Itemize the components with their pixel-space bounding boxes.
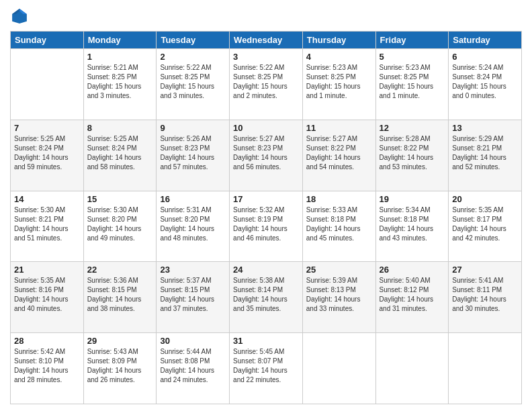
calendar-cell: [11, 49, 84, 120]
cell-date: 24: [233, 265, 299, 275]
cell-date: 7: [14, 123, 80, 133]
logo-icon: [10, 7, 29, 26]
calendar-cell: 21Sunrise: 5:35 AMSunset: 8:16 PMDayligh…: [11, 262, 84, 333]
cell-date: 9: [160, 123, 226, 133]
calendar-cell: 16Sunrise: 5:31 AMSunset: 8:20 PMDayligh…: [157, 191, 230, 262]
cell-info: Sunrise: 5:42 AMSunset: 8:10 PMDaylight:…: [14, 347, 80, 385]
cell-info: Sunrise: 5:33 AMSunset: 8:18 PMDaylight:…: [306, 205, 372, 243]
day-header-tuesday: Tuesday: [157, 32, 230, 49]
calendar-cell: 19Sunrise: 5:34 AMSunset: 8:18 PMDayligh…: [375, 191, 449, 262]
calendar-cell: 8Sunrise: 5:25 AMSunset: 8:24 PMDaylight…: [83, 120, 157, 191]
cell-info: Sunrise: 5:21 AMSunset: 8:25 PMDaylight:…: [87, 63, 153, 101]
cell-date: 23: [160, 265, 226, 275]
calendar-cell: 14Sunrise: 5:30 AMSunset: 8:21 PMDayligh…: [11, 191, 84, 262]
header: [10, 7, 522, 26]
calendar-cell: 17Sunrise: 5:32 AMSunset: 8:19 PMDayligh…: [230, 191, 303, 262]
calendar-cell: 15Sunrise: 5:30 AMSunset: 8:20 PMDayligh…: [83, 191, 157, 262]
cell-info: Sunrise: 5:25 AMSunset: 8:24 PMDaylight:…: [14, 134, 80, 172]
page: SundayMondayTuesdayWednesdayThursdayFrid…: [0, 0, 532, 411]
cell-date: 28: [14, 336, 80, 346]
calendar-cell: 26Sunrise: 5:40 AMSunset: 8:12 PMDayligh…: [375, 262, 449, 333]
calendar-cell: 13Sunrise: 5:29 AMSunset: 8:21 PMDayligh…: [449, 120, 522, 191]
logo: [10, 7, 32, 26]
cell-info: Sunrise: 5:23 AMSunset: 8:25 PMDaylight:…: [380, 63, 445, 101]
cell-info: Sunrise: 5:35 AMSunset: 8:17 PMDaylight:…: [452, 205, 518, 243]
cell-date: 21: [14, 265, 80, 275]
cell-date: 29: [87, 336, 153, 346]
day-header-monday: Monday: [83, 32, 157, 49]
cell-info: Sunrise: 5:35 AMSunset: 8:16 PMDaylight:…: [14, 276, 80, 314]
week-row-4: 28Sunrise: 5:42 AMSunset: 8:10 PMDayligh…: [11, 333, 522, 404]
cell-info: Sunrise: 5:38 AMSunset: 8:14 PMDaylight:…: [233, 276, 299, 314]
cell-info: Sunrise: 5:22 AMSunset: 8:25 PMDaylight:…: [233, 63, 299, 101]
calendar-cell: 1Sunrise: 5:21 AMSunset: 8:25 PMDaylight…: [83, 49, 157, 120]
cell-info: Sunrise: 5:23 AMSunset: 8:25 PMDaylight:…: [306, 63, 372, 101]
week-row-0: 1Sunrise: 5:21 AMSunset: 8:25 PMDaylight…: [11, 49, 522, 120]
cell-info: Sunrise: 5:24 AMSunset: 8:24 PMDaylight:…: [452, 63, 518, 101]
calendar-cell: 12Sunrise: 5:28 AMSunset: 8:22 PMDayligh…: [375, 120, 449, 191]
calendar-cell: [375, 333, 449, 404]
cell-date: 27: [452, 265, 518, 275]
cell-date: 13: [452, 123, 518, 133]
cell-date: 1: [87, 52, 153, 62]
cell-info: Sunrise: 5:43 AMSunset: 8:09 PMDaylight:…: [87, 347, 153, 385]
cell-date: 18: [306, 194, 372, 204]
cell-date: 2: [160, 52, 226, 62]
day-header-friday: Friday: [375, 32, 449, 49]
cell-info: Sunrise: 5:32 AMSunset: 8:19 PMDaylight:…: [233, 205, 299, 243]
day-header-thursday: Thursday: [302, 32, 375, 49]
cell-info: Sunrise: 5:40 AMSunset: 8:12 PMDaylight:…: [380, 276, 445, 314]
cell-info: Sunrise: 5:30 AMSunset: 8:21 PMDaylight:…: [14, 205, 80, 243]
calendar-cell: 18Sunrise: 5:33 AMSunset: 8:18 PMDayligh…: [302, 191, 375, 262]
cell-date: 26: [380, 265, 445, 275]
day-header-sunday: Sunday: [11, 32, 84, 49]
cell-info: Sunrise: 5:22 AMSunset: 8:25 PMDaylight:…: [160, 63, 226, 101]
calendar-cell: 25Sunrise: 5:39 AMSunset: 8:13 PMDayligh…: [302, 262, 375, 333]
day-header-wednesday: Wednesday: [230, 32, 303, 49]
cell-date: 12: [380, 123, 445, 133]
calendar-cell: 10Sunrise: 5:27 AMSunset: 8:23 PMDayligh…: [230, 120, 303, 191]
cell-info: Sunrise: 5:39 AMSunset: 8:13 PMDaylight:…: [306, 276, 372, 314]
cell-info: Sunrise: 5:28 AMSunset: 8:22 PMDaylight:…: [380, 134, 445, 172]
cell-info: Sunrise: 5:27 AMSunset: 8:22 PMDaylight:…: [306, 134, 372, 172]
header-row: SundayMondayTuesdayWednesdayThursdayFrid…: [11, 32, 522, 49]
svg-marker-0: [12, 9, 27, 24]
cell-info: Sunrise: 5:34 AMSunset: 8:18 PMDaylight:…: [380, 205, 445, 243]
cell-info: Sunrise: 5:41 AMSunset: 8:11 PMDaylight:…: [452, 276, 518, 314]
cell-date: 10: [233, 123, 299, 133]
calendar-cell: 11Sunrise: 5:27 AMSunset: 8:22 PMDayligh…: [302, 120, 375, 191]
cell-info: Sunrise: 5:29 AMSunset: 8:21 PMDaylight:…: [452, 134, 518, 172]
week-row-2: 14Sunrise: 5:30 AMSunset: 8:21 PMDayligh…: [11, 191, 522, 262]
calendar-cell: 22Sunrise: 5:36 AMSunset: 8:15 PMDayligh…: [83, 262, 157, 333]
cell-info: Sunrise: 5:31 AMSunset: 8:20 PMDaylight:…: [160, 205, 226, 243]
cell-date: 16: [160, 194, 226, 204]
cell-date: 19: [380, 194, 445, 204]
calendar-cell: 28Sunrise: 5:42 AMSunset: 8:10 PMDayligh…: [11, 333, 84, 404]
calendar-cell: [302, 333, 375, 404]
cell-date: 15: [87, 194, 153, 204]
calendar-cell: 24Sunrise: 5:38 AMSunset: 8:14 PMDayligh…: [230, 262, 303, 333]
calendar-cell: 27Sunrise: 5:41 AMSunset: 8:11 PMDayligh…: [449, 262, 522, 333]
cell-info: Sunrise: 5:44 AMSunset: 8:08 PMDaylight:…: [160, 347, 226, 385]
cell-date: 17: [233, 194, 299, 204]
cell-date: 4: [306, 52, 372, 62]
calendar-cell: 3Sunrise: 5:22 AMSunset: 8:25 PMDaylight…: [230, 49, 303, 120]
cell-date: 14: [14, 194, 80, 204]
cell-date: 30: [160, 336, 226, 346]
cell-date: 22: [87, 265, 153, 275]
cell-date: 20: [452, 194, 518, 204]
cell-date: 25: [306, 265, 372, 275]
cell-info: Sunrise: 5:37 AMSunset: 8:15 PMDaylight:…: [160, 276, 226, 314]
day-header-saturday: Saturday: [449, 32, 522, 49]
cell-info: Sunrise: 5:26 AMSunset: 8:23 PMDaylight:…: [160, 134, 226, 172]
calendar-cell: 7Sunrise: 5:25 AMSunset: 8:24 PMDaylight…: [11, 120, 84, 191]
calendar-cell: 2Sunrise: 5:22 AMSunset: 8:25 PMDaylight…: [157, 49, 230, 120]
calendar-cell: 23Sunrise: 5:37 AMSunset: 8:15 PMDayligh…: [157, 262, 230, 333]
cell-info: Sunrise: 5:36 AMSunset: 8:15 PMDaylight:…: [87, 276, 153, 314]
calendar-cell: 4Sunrise: 5:23 AMSunset: 8:25 PMDaylight…: [302, 49, 375, 120]
calendar-cell: 5Sunrise: 5:23 AMSunset: 8:25 PMDaylight…: [375, 49, 449, 120]
calendar-cell: 29Sunrise: 5:43 AMSunset: 8:09 PMDayligh…: [83, 333, 157, 404]
calendar-cell: 6Sunrise: 5:24 AMSunset: 8:24 PMDaylight…: [449, 49, 522, 120]
cell-info: Sunrise: 5:45 AMSunset: 8:07 PMDaylight:…: [233, 347, 299, 385]
calendar-table: SundayMondayTuesdayWednesdayThursdayFrid…: [10, 31, 522, 404]
